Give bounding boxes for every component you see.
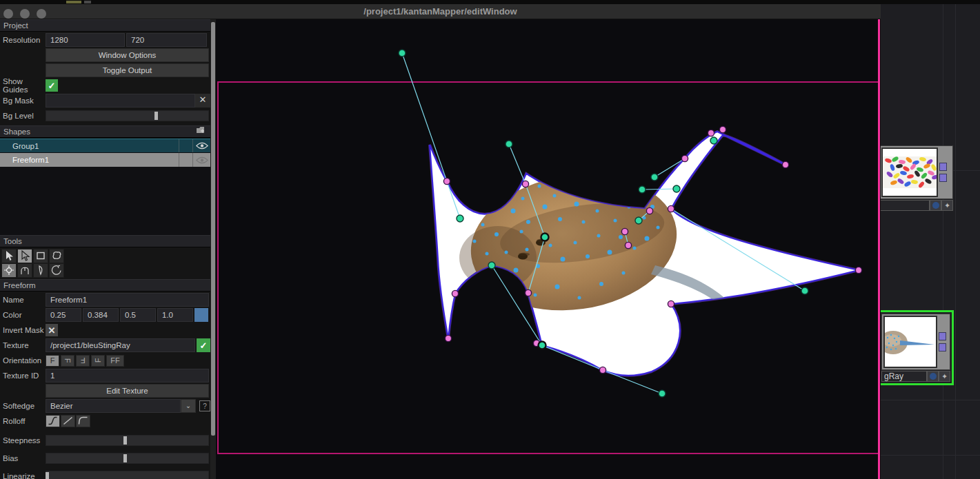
direct-select-tool-button[interactable] (17, 249, 32, 263)
linearize-slider[interactable] (46, 471, 209, 479)
anchor-point (710, 137, 717, 144)
viewer-dot-icon (930, 373, 937, 380)
texture-id-label: Texture ID (0, 371, 46, 380)
kantan-left-panel: Project Resolution 1280 720 Window Optio… (0, 19, 210, 479)
rectangle-tool-button[interactable] (33, 249, 48, 263)
control-point (668, 205, 674, 212)
steepness-slider[interactable] (46, 435, 209, 446)
window-options-button[interactable]: Window Options (46, 48, 209, 62)
bg-mask-clear-button[interactable]: ✕ (195, 94, 210, 108)
node-output-connector[interactable] (939, 343, 946, 351)
mapping-canvas[interactable] (216, 19, 879, 479)
bias-slider[interactable] (46, 453, 209, 464)
panel-scrollbar[interactable] (210, 19, 216, 479)
softedge-row: Softedge Bezier ⌄ ? (0, 399, 210, 413)
freeform-name-field[interactable]: Freeform1 (46, 293, 209, 307)
texture-id-field[interactable]: 1 (46, 369, 209, 383)
select-arrow-icon (3, 250, 14, 263)
visibility-eye-icon[interactable] (192, 139, 210, 152)
orientation-rot180-button[interactable]: F (76, 355, 90, 367)
color-g-field[interactable]: 0.384 (83, 308, 119, 322)
shape-list: Group1 Freeform1 (0, 138, 210, 235)
resolution-height-field[interactable]: 720 (126, 33, 207, 47)
softedge-label: Softedge (0, 402, 46, 410)
scale-tool-button[interactable] (17, 263, 32, 278)
softedge-help-button[interactable]: ? (199, 400, 210, 411)
orientation-row: Orientation F F F F FF (0, 354, 210, 367)
softedge-dropdown[interactable]: Bezier (46, 399, 181, 413)
color-b-field[interactable]: 0.5 (120, 308, 156, 322)
network-editor-background[interactable]: ✦ (881, 4, 980, 479)
chevron-down-icon[interactable]: ⌄ (181, 399, 196, 413)
control-point (625, 242, 631, 248)
pen-tool-button[interactable] (33, 263, 48, 278)
title-bar: /project1/kantanMapper/editWindow (0, 4, 881, 19)
color-a-field[interactable]: 1.0 (157, 308, 193, 322)
show-guides-label: Show Guides (0, 77, 46, 94)
selected-anchor-point (539, 342, 546, 349)
node-viewer-toggle[interactable] (930, 200, 941, 211)
shapes-header-label: Shapes (3, 125, 30, 138)
jellybeans-top-node[interactable]: ✦ (881, 145, 953, 211)
orientation-rot90-button[interactable]: F (61, 355, 74, 367)
node-output-connector[interactable] (939, 163, 947, 171)
texture-path-field[interactable]: /project1/bleuStingRay (46, 338, 195, 352)
bleustingray-top-node-selected[interactable]: gRay ✦ (881, 310, 954, 385)
resolution-width-field[interactable]: 1280 (46, 33, 125, 47)
color-row: Color 0.25 0.384 0.5 1.0 (0, 308, 210, 322)
window-edge-highlight (878, 19, 880, 479)
shape-list-item-freeform1[interactable]: Freeform1 (0, 153, 210, 167)
node-flag-button[interactable]: ✦ (941, 200, 953, 211)
add-group-icon[interactable] (196, 125, 206, 138)
bezier-handle-line (402, 53, 447, 181)
linearize-label: Linearize (0, 472, 46, 479)
texture-confirm-button[interactable]: ✓ (197, 338, 210, 352)
rolloff-step-button[interactable] (76, 415, 90, 427)
toggle-output-button[interactable]: Toggle Output (46, 63, 209, 77)
bg-mask-field[interactable] (46, 94, 195, 108)
node-name-field[interactable]: gRay (881, 371, 927, 382)
bezier-handle-line (509, 144, 526, 184)
edit-texture-button[interactable]: Edit Texture (46, 384, 209, 398)
remnant-mark (66, 1, 81, 3)
control-point (708, 130, 714, 136)
project-header-label: Project (3, 19, 28, 32)
node-output-connector[interactable] (939, 174, 947, 182)
color-r-field[interactable]: 0.25 (46, 308, 81, 322)
orientation-mirror-button[interactable]: FF (106, 355, 124, 367)
color-swatch[interactable] (194, 308, 208, 322)
node-name-field[interactable] (881, 200, 930, 211)
anchor-point (639, 186, 646, 193)
invert-mask-label: Invert Mask (0, 326, 46, 334)
show-guides-row: Show Guides ✓ (0, 79, 210, 92)
visibility-eye-icon[interactable] (192, 153, 210, 167)
spark-icon: ✦ (944, 201, 950, 210)
selected-anchor-point (541, 234, 549, 241)
rotate-tool-button[interactable] (49, 263, 64, 278)
control-point (855, 267, 861, 273)
show-guides-checkbox[interactable]: ✓ (46, 79, 58, 92)
shape-item-spacer-cell[interactable] (179, 139, 192, 152)
freeform-header-label: Freeform (3, 279, 36, 292)
freeform-shape-editor[interactable] (216, 19, 879, 479)
rolloff-linear-button[interactable] (61, 415, 75, 427)
node-output-connector[interactable] (939, 332, 946, 340)
texture-label: Texture (0, 341, 46, 349)
shape-list-item-group1[interactable]: Group1 (0, 139, 210, 152)
select-tool-button[interactable] (1, 249, 17, 263)
orientation-rot270-button[interactable]: F (91, 355, 105, 367)
invert-mask-checkbox[interactable]: ✕ (46, 324, 58, 336)
anchor-point (506, 141, 512, 147)
bg-mask-label: Bg Mask (0, 96, 46, 105)
node-viewer-toggle[interactable] (927, 371, 939, 382)
orientation-normal-button[interactable]: F (46, 355, 59, 367)
bg-level-slider[interactable] (46, 110, 209, 121)
rolloff-scurve-button[interactable] (46, 415, 60, 427)
shape-item-label: Group1 (0, 142, 179, 150)
tools-header-label: Tools (3, 235, 22, 247)
steepness-label: Steepness (0, 436, 46, 445)
shape-item-spacer-cell[interactable] (179, 153, 192, 167)
move-tool-button[interactable] (1, 263, 17, 278)
node-flag-button[interactable]: ✦ (939, 371, 950, 382)
freeform-tool-button[interactable] (49, 249, 64, 263)
